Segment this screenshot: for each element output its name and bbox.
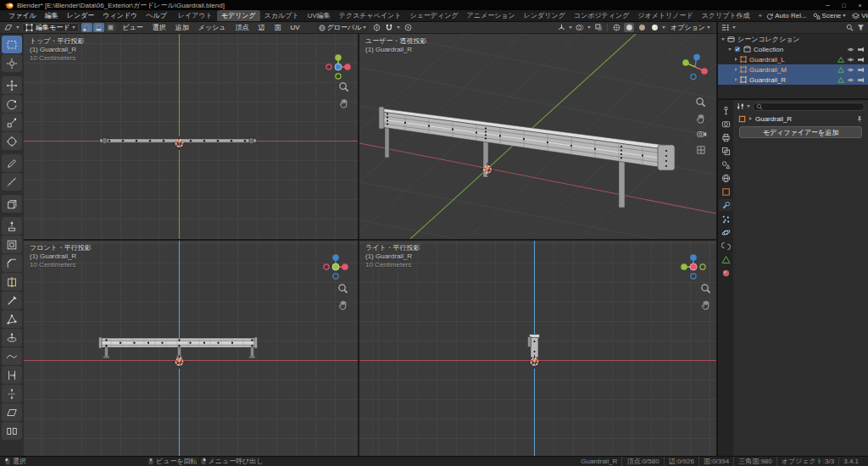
- shading-rendered-button[interactable]: [649, 23, 659, 32]
- snap-toggle-button[interactable]: [384, 23, 394, 32]
- properties-search-field[interactable]: [753, 103, 865, 111]
- tool-rotate[interactable]: [2, 95, 22, 113]
- face-select-button[interactable]: [105, 23, 116, 32]
- tool-loop-cut[interactable]: [2, 273, 22, 291]
- camera-icon[interactable]: [857, 57, 865, 63]
- viewport-right[interactable]: ライト・平行投影 (1) Guardrail_R 10 Centimeters: [359, 241, 716, 456]
- tab-material[interactable]: [719, 267, 732, 279]
- viewport-front[interactable]: フロント・平行投影 (1) Guardrail_R 10 Centimeters: [24, 241, 358, 456]
- workspace-tab-modeling[interactable]: モデリング: [217, 10, 260, 21]
- tool-transform[interactable]: [2, 132, 22, 150]
- pan-hand-icon[interactable]: [338, 98, 349, 109]
- zoom-icon[interactable]: [338, 81, 349, 92]
- navigation-gizmo[interactable]: [324, 53, 353, 81]
- disclosure-icon[interactable]: [735, 78, 737, 81]
- shading-solid-button[interactable]: [624, 23, 634, 32]
- tool-scale[interactable]: [2, 114, 22, 131]
- pan-hand-icon[interactable]: [337, 300, 348, 311]
- shading-wireframe-button[interactable]: [611, 23, 621, 32]
- tool-knife[interactable]: [2, 291, 22, 309]
- outliner-row-object-active[interactable]: Guardrail_R: [718, 75, 868, 85]
- zoom-icon[interactable]: [700, 283, 711, 294]
- eye-icon[interactable]: [847, 67, 854, 73]
- tool-edge-slide[interactable]: [2, 366, 22, 384]
- menu-edge[interactable]: 辺: [255, 23, 269, 32]
- auto-reload-toggle[interactable]: Auto Rel...: [766, 12, 806, 19]
- maximize-button[interactable]: □: [836, 0, 852, 10]
- workspace-add-button[interactable]: +: [754, 10, 767, 21]
- xray-toggle-button[interactable]: [593, 23, 604, 32]
- camera-icon[interactable]: [857, 77, 865, 83]
- tool-inset-faces[interactable]: [2, 236, 22, 253]
- disclosure-icon[interactable]: [728, 48, 732, 51]
- close-button[interactable]: ×: [852, 0, 868, 10]
- checkbox-icon[interactable]: [734, 46, 741, 53]
- zoom-icon[interactable]: [337, 283, 348, 294]
- menu-view[interactable]: ビュー: [119, 23, 146, 32]
- eye-icon[interactable]: [847, 57, 854, 63]
- menu-file[interactable]: ファイル: [4, 11, 41, 20]
- eye-icon[interactable]: [847, 47, 854, 53]
- menu-add[interactable]: 追加: [172, 23, 192, 32]
- chevron-down-icon[interactable]: [732, 26, 736, 29]
- viewlayer-selector[interactable]: ViewLayer: [852, 12, 868, 19]
- transform-orientation-dropdown[interactable]: グローバル: [316, 23, 370, 32]
- viewport-user[interactable]: ユーザー・透視投影 (1) Guardrail_R: [359, 34, 716, 239]
- search-icon[interactable]: [846, 24, 854, 31]
- chevron-down-icon[interactable]: [747, 105, 750, 108]
- disclosure-icon[interactable]: [735, 68, 737, 71]
- tab-output[interactable]: [719, 131, 732, 143]
- outliner-editor-icon[interactable]: [721, 24, 730, 31]
- tool-move[interactable]: [2, 76, 22, 94]
- workspace-tab-uv[interactable]: UV編集: [303, 10, 335, 21]
- menu-help[interactable]: ヘルプ: [142, 11, 171, 20]
- menu-render[interactable]: レンダー: [63, 11, 99, 20]
- tool-extrude-region[interactable]: [2, 217, 22, 235]
- options-dropdown[interactable]: オプション: [668, 23, 713, 32]
- workspace-tab-scripting[interactable]: スクリプト作成: [698, 10, 754, 21]
- camera-icon[interactable]: [857, 47, 865, 53]
- pan-hand-icon[interactable]: [695, 114, 706, 125]
- edge-select-button[interactable]: [93, 23, 104, 32]
- tool-bevel[interactable]: [2, 254, 22, 272]
- tab-tool[interactable]: [719, 104, 732, 116]
- tab-constraints[interactable]: [719, 240, 732, 252]
- workspace-tab-shading[interactable]: シェーディング: [405, 10, 462, 21]
- gizmo-options-caret[interactable]: [569, 26, 572, 29]
- show-gizmo-button[interactable]: [556, 23, 566, 32]
- add-modifier-button[interactable]: モディファイアーを追加: [739, 126, 862, 138]
- workspace-tab-geometry-nodes[interactable]: ジオメトリノード: [633, 10, 697, 21]
- tool-shear[interactable]: [2, 403, 22, 421]
- outliner-row-object[interactable]: Guardrail_M: [718, 64, 868, 75]
- tool-rip-region[interactable]: [2, 422, 22, 440]
- tool-add-cube[interactable]: [2, 195, 22, 213]
- outliner-row-collection[interactable]: Collection: [718, 44, 868, 54]
- mode-dropdown[interactable]: 編集モード: [22, 23, 79, 32]
- disclosure-icon[interactable]: [721, 38, 725, 41]
- shading-material-button[interactable]: [637, 23, 647, 32]
- perspective-toggle-icon[interactable]: [696, 145, 706, 155]
- pivot-point-button[interactable]: [371, 23, 381, 32]
- tab-render[interactable]: [719, 118, 732, 130]
- minimize-button[interactable]: ─: [820, 0, 836, 10]
- tab-modifiers[interactable]: [719, 199, 732, 211]
- menu-select[interactable]: 選択: [149, 23, 170, 32]
- menu-uv[interactable]: UV: [287, 24, 303, 31]
- outliner-row-object[interactable]: Guardrail_L: [718, 54, 868, 64]
- tab-world[interactable]: [719, 172, 732, 184]
- disclosure-icon[interactable]: [735, 58, 737, 61]
- tab-physics[interactable]: [719, 226, 732, 238]
- tool-shrink-fatten[interactable]: [2, 385, 22, 402]
- workspace-tab-layout[interactable]: レイアウト: [174, 10, 217, 21]
- menu-edit[interactable]: 編集: [41, 11, 63, 20]
- tool-poly-build[interactable]: [2, 310, 22, 328]
- workspace-tab-rendering[interactable]: レンダリング: [520, 10, 570, 21]
- workspace-tab-animation[interactable]: アニメーション: [463, 10, 520, 21]
- pin-icon[interactable]: [856, 115, 863, 123]
- pan-hand-icon[interactable]: [700, 300, 711, 311]
- filter-icon[interactable]: [857, 24, 865, 31]
- properties-editor-icon[interactable]: [737, 103, 744, 110]
- navigation-gizmo[interactable]: [679, 252, 708, 281]
- outliner-row-scene-collection[interactable]: シーンコレクション: [718, 34, 868, 44]
- tool-annotate[interactable]: [2, 154, 22, 172]
